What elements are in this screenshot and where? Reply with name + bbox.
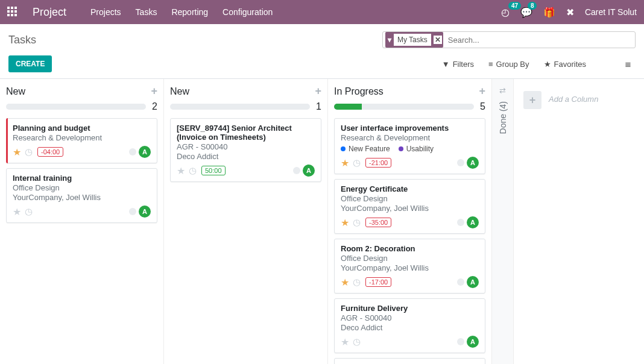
task-card[interactable]: User interface improvements Research & D… (334, 118, 485, 174)
task-card[interactable]: [SERV_89744] Senior Architect (Invoice o… (170, 118, 321, 182)
messaging-menu[interactable]: 💬 8 (520, 7, 532, 18)
nav-config[interactable]: Configuration (223, 7, 273, 17)
nav-tasks[interactable]: Tasks (136, 7, 157, 17)
progress-bar[interactable] (170, 104, 310, 110)
task-title: Furniture Delivery (341, 304, 479, 313)
kanban-column-folded[interactable]: ⇄ Done (4) (492, 79, 514, 364)
view-list[interactable]: ≣ (620, 56, 636, 72)
brand[interactable]: Project (33, 6, 66, 19)
avatar[interactable]: A (467, 157, 479, 169)
create-button[interactable]: CREATE (8, 55, 52, 72)
task-card[interactable]: Planning and budget Research & Developme… (6, 118, 157, 163)
nav-reporting[interactable]: Reporting (171, 7, 208, 17)
favorites-button[interactable]: ★ Favorites (544, 60, 586, 69)
clock-icon[interactable]: ◷ (25, 146, 33, 157)
priority-star[interactable]: ★ (341, 217, 349, 228)
kanban-view: New + 2 Planning and budget Research & D… (0, 79, 644, 364)
kanban-column: New + 2 Planning and budget Research & D… (0, 79, 164, 364)
avatar[interactable]: A (139, 206, 151, 218)
column-add-icon[interactable]: + (151, 85, 157, 98)
task-project: Research & Development (341, 133, 479, 142)
task-project: Office Design (13, 183, 151, 192)
nav-right: ◴ 47 💬 8 🎁 ✖ Caret IT Solut (501, 7, 637, 18)
state-dot[interactable] (457, 159, 464, 166)
column-title[interactable]: New (6, 86, 151, 97)
groupby-button[interactable]: ≡ Group By (488, 60, 529, 69)
navbar: Project Projects Tasks Reporting Configu… (0, 0, 644, 24)
column-count: 2 (152, 101, 157, 112)
clock-icon[interactable]: ◷ (353, 217, 361, 228)
task-card[interactable]: Room 2: Decoration Office Design YourCom… (334, 239, 485, 293)
clock-icon[interactable]: ◷ (25, 206, 33, 217)
state-dot[interactable] (129, 148, 136, 155)
state-dot[interactable] (457, 338, 464, 345)
add-column-button[interactable]: + (523, 91, 541, 109)
add-column-label[interactable]: Add a Column (549, 95, 598, 104)
task-project: Office Design (341, 254, 479, 263)
priority-star[interactable]: ★ (341, 157, 349, 169)
avatar[interactable]: A (467, 336, 479, 348)
state-dot[interactable] (457, 278, 464, 286)
activity-menu[interactable]: ◴ 47 (501, 7, 510, 18)
clock-icon[interactable]: ◷ (353, 157, 361, 168)
favorites-label: Favorites (554, 60, 586, 69)
apps-icon[interactable] (7, 7, 18, 17)
column-title[interactable]: In Progress (334, 86, 479, 97)
clock-icon[interactable]: ◷ (189, 165, 197, 176)
column-add-icon[interactable]: + (315, 85, 321, 98)
message-count: 8 (528, 2, 537, 10)
clock-icon[interactable]: ◷ (353, 336, 361, 347)
priority-star[interactable]: ★ (177, 165, 185, 177)
task-title: User interface improvements (341, 124, 479, 133)
clock-icon: ◴ (501, 7, 510, 18)
search-input[interactable] (443, 36, 633, 45)
column-count: 1 (316, 101, 321, 112)
task-hours: 50:00 (201, 166, 226, 175)
avatar[interactable]: A (467, 216, 479, 228)
avatar[interactable]: A (303, 165, 315, 177)
task-project: Office Design (341, 194, 479, 203)
progress-bar[interactable] (334, 104, 474, 110)
task-title: [SERV_89744] Senior Architect (Invoice o… (177, 124, 315, 142)
facet-label: My Tasks (394, 34, 431, 46)
nav-menu: Projects Tasks Reporting Configuration (90, 7, 273, 17)
search-facet[interactable]: ▾ My Tasks ✕ (385, 32, 443, 48)
task-card[interactable]: Room 1: Decoration Office Design ★ ◷ A (334, 358, 485, 364)
list-icon: ≡ (488, 60, 493, 69)
task-subtitle: YourCompany, Joel Willis (341, 204, 479, 213)
clock-icon[interactable]: ◷ (353, 277, 361, 287)
funnel-icon: ▼ (442, 60, 450, 69)
column-title[interactable]: New (170, 86, 315, 97)
state-dot[interactable] (293, 167, 300, 174)
progress-bar[interactable] (6, 104, 146, 110)
task-card[interactable]: Internal training Office Design YourComp… (6, 168, 157, 223)
task-card[interactable]: Energy Certificate Office Design YourCom… (334, 179, 485, 234)
kanban-column: New + 1 [SERV_89744] Senior Architect (I… (164, 79, 328, 364)
search-bar[interactable]: ▾ My Tasks ✕ (382, 31, 636, 48)
star-icon: ★ (544, 60, 551, 69)
facet-remove[interactable]: ✕ (434, 36, 442, 44)
task-title: Energy Certificate (341, 184, 479, 193)
debug-icon[interactable]: ✖ (566, 7, 574, 18)
task-subtitle: Deco Addict (341, 323, 479, 332)
priority-star[interactable]: ★ (341, 336, 349, 348)
gift-icon[interactable]: 🎁 (543, 7, 555, 18)
filters-button[interactable]: ▼ Filters (442, 60, 474, 69)
task-card[interactable]: Furniture Delivery AGR - S00040 Deco Add… (334, 298, 485, 353)
priority-star[interactable]: ★ (13, 146, 21, 158)
avatar[interactable]: A (139, 146, 151, 158)
column-add-icon[interactable]: + (479, 85, 485, 98)
folded-title: Done (4) (498, 101, 508, 134)
state-dot[interactable] (457, 219, 464, 226)
activity-count: 47 (508, 2, 521, 10)
kanban-column: In Progress + 5 User interface improveme… (328, 79, 492, 364)
nav-projects[interactable]: Projects (90, 7, 121, 17)
priority-star[interactable]: ★ (341, 277, 349, 288)
avatar[interactable]: A (467, 276, 479, 288)
user-menu[interactable]: Caret IT Solut (585, 7, 637, 17)
column-count: 5 (480, 101, 485, 112)
task-title: Planning and budget (13, 124, 151, 133)
priority-star[interactable]: ★ (13, 206, 21, 218)
state-dot[interactable] (129, 208, 136, 215)
control-panel: Tasks ▾ My Tasks ✕ CREATE ▼ Filters ≡ Gr… (0, 24, 644, 79)
